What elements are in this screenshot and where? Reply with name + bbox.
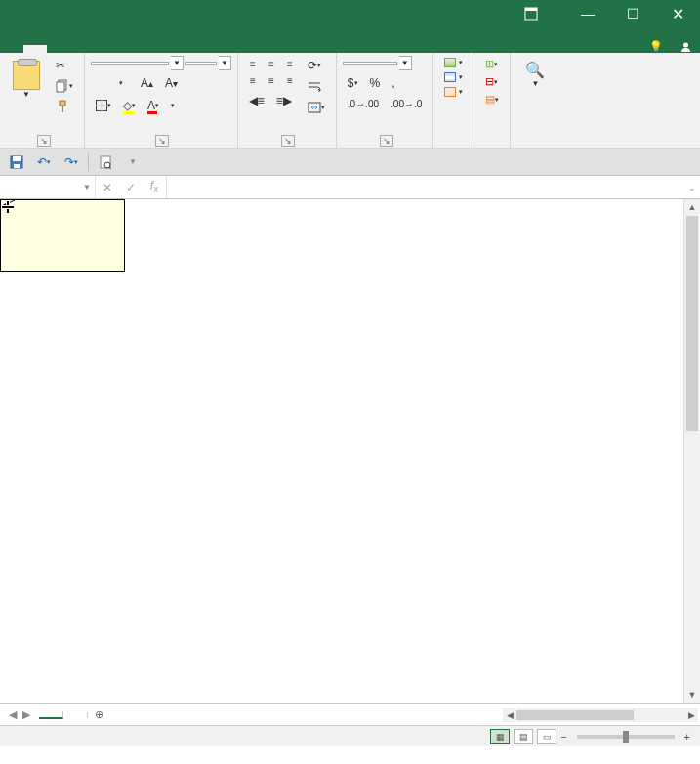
save-icon bbox=[10, 155, 23, 169]
tab-insert[interactable] bbox=[47, 45, 70, 53]
accounting-format-button[interactable]: $▾ bbox=[343, 73, 363, 93]
svg-rect-13 bbox=[14, 164, 20, 168]
cond-format-icon bbox=[444, 58, 456, 67]
insert-cells-button[interactable]: ⊞ ▾ bbox=[480, 56, 504, 72]
redo-button[interactable]: ↷▾ bbox=[61, 151, 82, 173]
align-center-button[interactable]: ≡ bbox=[263, 72, 280, 88]
formula-bar: ▼ ✕ ✓ fx ⌄ bbox=[0, 176, 700, 199]
tab-review[interactable] bbox=[141, 45, 164, 53]
scroll-down-button[interactable]: ▼ bbox=[684, 687, 700, 703]
tab-formulas[interactable] bbox=[94, 45, 117, 53]
new-sheet-button[interactable]: ⊕ bbox=[88, 708, 109, 721]
clipboard-dialog-launcher[interactable]: ↘ bbox=[37, 135, 51, 147]
scroll-left-button[interactable]: ◀ bbox=[503, 710, 516, 720]
underline-button[interactable]: ▾ bbox=[114, 76, 128, 90]
vertical-scrollbar[interactable]: ▲ ▼ bbox=[683, 199, 700, 703]
tab-data[interactable] bbox=[117, 45, 141, 53]
fx-button[interactable]: fx bbox=[143, 179, 166, 194]
borders-button[interactable]: ▾ bbox=[91, 97, 116, 114]
horizontal-scrollbar[interactable]: ◀ ▶ bbox=[503, 708, 698, 722]
find-select-button[interactable]: 🔍 ▼ bbox=[516, 56, 554, 93]
tab-file[interactable] bbox=[0, 45, 23, 53]
enter-formula-button[interactable]: ✓ bbox=[119, 181, 143, 194]
group-editing: 🔍 ▼ bbox=[511, 53, 559, 148]
align-left-button[interactable]: ≡ bbox=[244, 72, 262, 88]
tab-layout[interactable] bbox=[70, 45, 94, 53]
table-format-button[interactable]: ▾ bbox=[439, 70, 468, 84]
tab-developer[interactable] bbox=[187, 45, 211, 53]
formula-input[interactable]: ⌄ bbox=[167, 176, 700, 198]
clipboard-icon bbox=[13, 61, 40, 90]
conditional-format-button[interactable]: ▾ bbox=[439, 56, 468, 69]
increase-decimal-button[interactable]: .0→.00 bbox=[343, 96, 384, 112]
ribbon-display-icon[interactable] bbox=[524, 7, 554, 21]
tab-view[interactable] bbox=[164, 45, 187, 53]
sheet-nav-prev[interactable]: ◀ bbox=[6, 708, 20, 721]
italic-button[interactable] bbox=[103, 80, 112, 86]
phonetic-button[interactable]: ▾ bbox=[166, 99, 180, 112]
comment-popup[interactable] bbox=[0, 199, 125, 272]
page-break-view-button[interactable]: ▭ bbox=[537, 729, 556, 744]
orientation-button[interactable]: ⟳▾ bbox=[303, 56, 330, 75]
font-name-combo[interactable] bbox=[91, 62, 169, 65]
decrease-indent-button[interactable]: ◀≡ bbox=[244, 91, 269, 110]
bold-button[interactable] bbox=[91, 80, 101, 86]
decrease-decimal-button[interactable]: .00→.0 bbox=[386, 96, 427, 112]
merge-button[interactable]: ▾ bbox=[303, 99, 330, 116]
expand-formula-icon[interactable]: ⌄ bbox=[688, 183, 696, 192]
fill-color-button[interactable]: ◇▾ bbox=[118, 96, 141, 115]
close-button[interactable]: ✕ bbox=[655, 0, 700, 27]
group-cells: ⊞ ▾ ⊟ ▾ ▤ ▾ bbox=[474, 53, 511, 148]
page-layout-view-button[interactable]: ▤ bbox=[514, 729, 533, 744]
svg-rect-5 bbox=[60, 101, 65, 106]
maximize-button[interactable]: ☐ bbox=[610, 0, 655, 27]
font-dialog-launcher[interactable]: ↘ bbox=[155, 135, 169, 147]
normal-view-button[interactable]: ▦ bbox=[490, 729, 510, 744]
share-button[interactable] bbox=[680, 41, 694, 52]
zoom-out-button[interactable]: − bbox=[560, 731, 566, 743]
number-dialog-launcher[interactable]: ↘ bbox=[380, 135, 393, 147]
align-bottom-button[interactable]: ≡ bbox=[281, 56, 299, 71]
cut-button[interactable]: ✂ bbox=[51, 56, 78, 75]
font-color-button[interactable]: A▾ bbox=[143, 96, 164, 115]
group-alignment: ≡ ≡ ≡ ≡ ≡ ≡ ◀≡ ≡▶ ⟳▾ ▾ ↘ bbox=[238, 53, 337, 148]
sheet-nav-next[interactable]: ▶ bbox=[20, 708, 33, 721]
zoom-slider[interactable] bbox=[577, 735, 675, 739]
sheet-tab-active[interactable] bbox=[39, 711, 63, 719]
zoom-in-button[interactable]: + bbox=[684, 731, 690, 743]
percent-format-button[interactable]: % bbox=[365, 73, 386, 93]
qat-customize[interactable]: ▼ bbox=[122, 151, 144, 173]
vscroll-thumb[interactable] bbox=[686, 216, 698, 431]
ribbon: ▼ ✂ ▾ ↘ ▼ ▼ ▾ A▴ A▾ bbox=[0, 53, 700, 149]
format-cells-button[interactable]: ▤ ▾ bbox=[480, 91, 504, 107]
font-size-combo[interactable] bbox=[185, 62, 217, 65]
decrease-font-button[interactable]: A▾ bbox=[160, 73, 183, 93]
increase-font-button[interactable]: A▴ bbox=[136, 73, 158, 93]
paste-button[interactable]: ▼ bbox=[6, 56, 47, 104]
name-box[interactable]: ▼ bbox=[0, 176, 96, 198]
print-preview-button[interactable] bbox=[95, 151, 116, 173]
cancel-formula-button[interactable]: ✕ bbox=[96, 181, 119, 194]
number-format-combo[interactable] bbox=[343, 62, 397, 65]
format-painter-button[interactable] bbox=[51, 97, 78, 116]
wrap-text-button[interactable] bbox=[303, 78, 330, 96]
cell-styles-button[interactable]: ▾ bbox=[439, 85, 468, 99]
align-dialog-launcher[interactable]: ↘ bbox=[281, 135, 295, 147]
delete-cells-button[interactable]: ⊟ ▾ bbox=[480, 73, 504, 90]
align-middle-button[interactable]: ≡ bbox=[263, 56, 280, 71]
minimize-button[interactable]: — bbox=[565, 0, 610, 27]
hscroll-thumb[interactable] bbox=[516, 710, 634, 720]
align-top-button[interactable]: ≡ bbox=[244, 56, 262, 71]
ribbon-tabs: 💡 bbox=[0, 27, 700, 53]
copy-button[interactable]: ▾ bbox=[51, 76, 78, 96]
undo-button[interactable]: ↶▾ bbox=[33, 151, 55, 173]
scroll-up-button[interactable]: ▲ bbox=[684, 199, 700, 216]
align-right-button[interactable]: ≡ bbox=[281, 72, 299, 88]
svg-marker-18 bbox=[0, 203, 6, 208]
sheet-tab-other[interactable] bbox=[63, 712, 88, 718]
save-button[interactable] bbox=[6, 151, 27, 173]
tab-home[interactable] bbox=[23, 45, 47, 53]
comma-format-button[interactable]: , bbox=[387, 73, 399, 93]
increase-indent-button[interactable]: ≡▶ bbox=[271, 91, 297, 110]
scroll-right-button[interactable]: ▶ bbox=[684, 710, 698, 720]
